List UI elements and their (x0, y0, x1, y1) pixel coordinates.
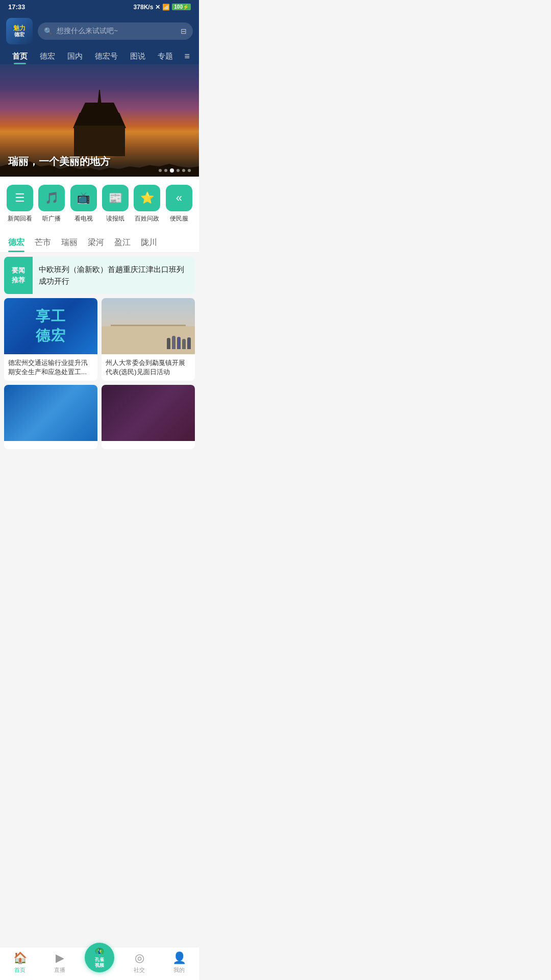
dot-1 (159, 169, 162, 172)
quick-icon-radio[interactable]: 🎵 听广播 (36, 185, 67, 223)
service-icon: « (166, 185, 192, 211)
featured-title: 中欧班列（渝新欧）首趟重庆江津出口班列成功开行 (33, 257, 195, 294)
search-placeholder: 想搜什么来试试吧~ (57, 27, 118, 36)
news-review-icon: ☰ (7, 185, 33, 211)
tab-special[interactable]: 专题 (152, 48, 179, 64)
quick-icon-tv[interactable]: 📺 看电视 (68, 185, 99, 223)
news-caption-1: 德宏州交通运输行业提升汛期安全生产和应急处置工... (4, 354, 97, 381)
news-caption-2: 州人大常委会到勐戛镇开展代表(选民)见面日活动 (102, 354, 195, 381)
header: 魅力 德宏 🔍 想搜什么来试试吧~ ⊟ (0, 14, 199, 44)
banner[interactable]: 瑞丽，一个美丽的地方 (0, 64, 199, 177)
news-grid: 享工 德宏 德宏州交通运输行业提升汛期安全生产和应急处置工... 州人大常委会到… (0, 298, 199, 449)
logo-text-top: 魅力 (13, 24, 26, 32)
quick-icon-news-review[interactable]: ☰ 新闻回看 (4, 185, 36, 223)
news-img-1: 享工 德宏 (4, 298, 97, 354)
news-caption-4 (102, 441, 195, 449)
dot-4 (177, 169, 180, 172)
signal-icon: ✕ (155, 4, 160, 11)
nav-tabs: 首页 德宏 国内 德宏号 图说 专题 ≡ (0, 44, 199, 64)
cat-tab-yingjiang[interactable]: 盈江 (114, 237, 131, 252)
cat-tab-longchuan[interactable]: 陇川 (141, 237, 157, 252)
tv-label: 看电视 (74, 214, 93, 223)
cat-tab-dehong[interactable]: 德宏 (8, 237, 24, 252)
battery-indicator: 100⚡ (172, 4, 191, 10)
dot-5 (182, 169, 185, 172)
civic-label: 百姓问政 (135, 214, 159, 223)
quick-icon-newspaper[interactable]: 📰 读报纸 (99, 185, 131, 223)
featured-article[interactable]: 要闻推荐 中欧班列（渝新欧）首趟重庆江津出口班列成功开行 (4, 257, 195, 294)
newspaper-icon: 📰 (102, 185, 129, 211)
news-review-label: 新闻回看 (8, 214, 32, 223)
newspaper-label: 读报纸 (106, 214, 124, 223)
news-img-4 (102, 385, 195, 441)
status-bar: 17:33 378K/s ✕ 📶 100⚡ (0, 0, 199, 14)
cat-tab-mangshi[interactable]: 芒市 (35, 237, 51, 252)
tab-domestic[interactable]: 国内 (61, 48, 89, 64)
app-logo[interactable]: 魅力 德宏 (6, 18, 33, 44)
news-card-2[interactable]: 州人大常委会到勐戛镇开展代表(选民)见面日活动 (102, 298, 195, 381)
featured-badge-text: 要闻推荐 (12, 266, 25, 284)
dot-6 (188, 169, 191, 172)
quick-icon-civic[interactable]: ⭐ 百姓问政 (131, 185, 163, 223)
service-label: 便民服 (170, 214, 188, 223)
scan-icon: ⊟ (181, 27, 187, 35)
cat-tab-ruili[interactable]: 瑞丽 (61, 237, 78, 252)
quick-icons: ☰ 新闻回看 🎵 听广播 📺 看电视 📰 读报纸 ⭐ 百姓问政 « 便民服 (0, 177, 199, 231)
dot-3 (170, 168, 174, 173)
wifi-icon: 📶 (162, 4, 170, 11)
search-icon: 🔍 (44, 27, 53, 35)
tv-icon: 📺 (70, 185, 97, 211)
quick-icon-service[interactable]: « 便民服 (163, 185, 195, 223)
news-card-3[interactable] (4, 385, 97, 449)
cat-tab-lianghe[interactable]: 梁河 (88, 237, 104, 252)
banner-caption: 瑞丽，一个美丽的地方 (8, 155, 110, 168)
dot-2 (164, 169, 167, 172)
news-img-2 (102, 298, 195, 354)
status-right: 378K/s ✕ 📶 100⚡ (134, 4, 191, 11)
status-time: 17:33 (8, 3, 25, 11)
tab-dehong[interactable]: 德宏 (34, 48, 61, 64)
network-speed: 378K/s (134, 4, 154, 11)
news-caption-3 (4, 441, 97, 449)
nav-more-icon[interactable]: ≡ (181, 49, 193, 64)
news-img-3 (4, 385, 97, 441)
news-card-1[interactable]: 享工 德宏 德宏州交通运输行业提升汛期安全生产和应急处置工... (4, 298, 97, 381)
banner-dots (159, 168, 191, 173)
radio-label: 听广播 (42, 214, 61, 223)
category-tabs: 德宏 芒市 瑞丽 梁河 盈江 陇川 (0, 231, 199, 253)
civic-icon: ⭐ (134, 185, 160, 211)
featured-badge: 要闻推荐 (4, 257, 33, 294)
radio-icon: 🎵 (38, 185, 65, 211)
search-bar[interactable]: 🔍 想搜什么来试试吧~ ⊟ (38, 22, 193, 40)
tab-dehong-num[interactable]: 德宏号 (89, 48, 124, 64)
tab-photo[interactable]: 图说 (124, 48, 152, 64)
logo-text-bot: 德宏 (14, 32, 24, 38)
tab-home[interactable]: 首页 (6, 48, 34, 64)
news-card-4[interactable] (102, 385, 195, 449)
